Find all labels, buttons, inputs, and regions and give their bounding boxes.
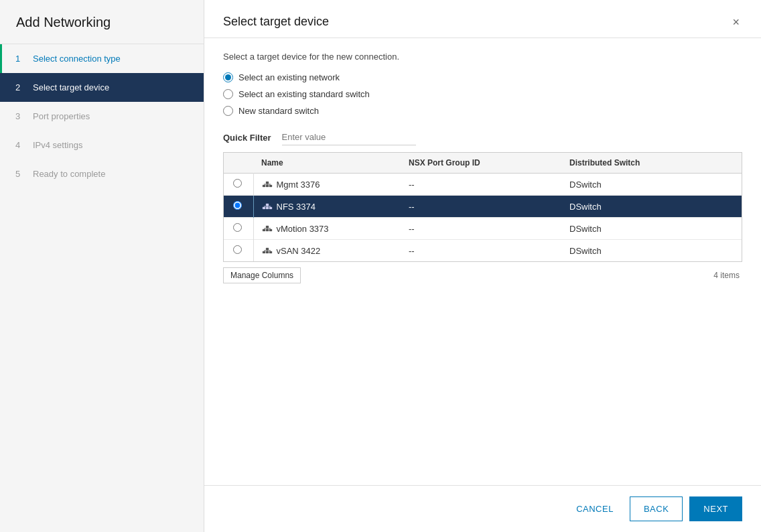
network-icon bbox=[262, 245, 273, 256]
sidebar-item-step3: 3 Port properties bbox=[0, 102, 204, 131]
main-panel: Select target device × Select a target d… bbox=[204, 0, 761, 532]
col-radio bbox=[224, 153, 251, 174]
subtitle: Select a target device for the new conne… bbox=[223, 52, 742, 62]
step1-label: Select connection type bbox=[33, 54, 121, 64]
row-radio-cell[interactable] bbox=[224, 196, 251, 218]
row-nsx: -- bbox=[401, 196, 561, 218]
next-button[interactable]: NEXT bbox=[689, 496, 742, 521]
main-title: Select target device bbox=[223, 15, 329, 29]
svg-rect-3 bbox=[266, 182, 269, 184]
network-icon bbox=[262, 223, 273, 234]
row-name: vMotion 3373 bbox=[253, 218, 401, 240]
svg-rect-9 bbox=[269, 207, 272, 209]
filter-input[interactable] bbox=[282, 129, 416, 145]
svg-rect-2 bbox=[269, 185, 272, 187]
radio-option-existing-network[interactable]: Select an existing network bbox=[223, 72, 742, 82]
col-name: Name bbox=[253, 153, 401, 174]
svg-rect-17 bbox=[266, 226, 269, 228]
radio-new-switch-label: New standard switch bbox=[238, 106, 319, 116]
col-nsx: NSX Port Group ID bbox=[401, 153, 561, 174]
modal: Add Networking 1 Select connection type … bbox=[0, 0, 761, 532]
step4-label: IPv4 settings bbox=[33, 140, 82, 150]
row-radio[interactable] bbox=[233, 201, 242, 210]
modal-footer: CANCEL BACK NEXT bbox=[204, 485, 761, 532]
sidebar-item-step1[interactable]: 1 Select connection type bbox=[0, 44, 204, 73]
step5-label: Ready to complete bbox=[33, 169, 105, 179]
row-radio[interactable] bbox=[233, 223, 242, 232]
row-ds: DSwitch bbox=[561, 218, 742, 240]
step4-num: 4 bbox=[15, 140, 26, 150]
table-container: Name NSX Port Group ID Distributed Switc… bbox=[223, 152, 742, 262]
row-ds: DSwitch bbox=[561, 240, 742, 262]
svg-rect-1 bbox=[266, 185, 269, 187]
svg-rect-23 bbox=[269, 251, 272, 253]
network-icon bbox=[262, 179, 273, 190]
filter-label: Quick Filter bbox=[223, 133, 271, 143]
table-footer: Manage Columns 4 items bbox=[223, 262, 742, 283]
radio-existing-network-label: Select an existing network bbox=[238, 72, 340, 82]
sidebar-title: Add Networking bbox=[0, 0, 204, 44]
main-header: Select target device × bbox=[204, 0, 761, 38]
svg-rect-21 bbox=[263, 251, 265, 253]
sidebar: Add Networking 1 Select connection type … bbox=[0, 0, 204, 532]
row-radio-cell[interactable] bbox=[224, 174, 251, 196]
svg-rect-8 bbox=[266, 207, 269, 209]
items-count: 4 items bbox=[713, 271, 740, 280]
radio-existing-switch-label: Select an existing standard switch bbox=[238, 89, 370, 99]
radio-option-existing-switch[interactable]: Select an existing standard switch bbox=[223, 89, 742, 99]
modal-overlay: Add Networking 1 Select connection type … bbox=[0, 0, 761, 532]
svg-rect-15 bbox=[266, 229, 269, 231]
step3-num: 3 bbox=[15, 111, 26, 121]
table-row[interactable]: Mgmt 3376 -- DSwitch bbox=[224, 174, 742, 196]
svg-rect-14 bbox=[263, 229, 265, 231]
row-ds: DSwitch bbox=[561, 174, 742, 196]
step3-label: Port properties bbox=[33, 111, 90, 121]
row-ds: DSwitch bbox=[561, 196, 742, 218]
network-table: Name NSX Port Group ID Distributed Switc… bbox=[224, 153, 742, 261]
cancel-button[interactable]: CANCEL bbox=[567, 497, 623, 521]
col-ds: Distributed Switch bbox=[561, 153, 742, 174]
svg-rect-7 bbox=[263, 207, 265, 209]
step5-num: 5 bbox=[15, 169, 26, 179]
back-button[interactable]: BACK bbox=[630, 496, 683, 521]
svg-rect-16 bbox=[269, 229, 272, 231]
row-radio[interactable] bbox=[233, 179, 242, 188]
row-nsx: -- bbox=[401, 174, 561, 196]
sidebar-item-step5: 5 Ready to complete bbox=[0, 159, 204, 188]
table-row[interactable]: vMotion 3373 -- DSwitch bbox=[224, 218, 742, 240]
filter-row: Quick Filter bbox=[223, 129, 742, 145]
sidebar-steps: 1 Select connection type 2 Select target… bbox=[0, 44, 204, 188]
svg-rect-24 bbox=[266, 248, 269, 250]
row-name: vSAN 3422 bbox=[253, 240, 401, 262]
network-icon bbox=[262, 201, 273, 212]
close-button[interactable]: × bbox=[730, 15, 742, 29]
sidebar-item-step4: 4 IPv4 settings bbox=[0, 131, 204, 159]
row-nsx: -- bbox=[401, 218, 561, 240]
radio-option-new-switch[interactable]: New standard switch bbox=[223, 106, 742, 116]
radio-existing-switch[interactable] bbox=[223, 89, 233, 99]
table-row[interactable]: vSAN 3422 -- DSwitch bbox=[224, 240, 742, 262]
manage-columns-button[interactable]: Manage Columns bbox=[223, 267, 301, 283]
main-body: Select a target device for the new conne… bbox=[204, 38, 761, 485]
step2-num: 2 bbox=[15, 82, 26, 92]
row-radio[interactable] bbox=[233, 245, 242, 254]
svg-rect-0 bbox=[263, 185, 265, 187]
sidebar-item-step2[interactable]: 2 Select target device bbox=[0, 73, 204, 102]
radio-existing-network[interactable] bbox=[223, 72, 233, 82]
step2-label: Select target device bbox=[33, 82, 109, 92]
row-name: NFS 3374 bbox=[253, 196, 401, 218]
row-nsx: -- bbox=[401, 240, 561, 262]
step1-num: 1 bbox=[15, 54, 26, 64]
row-radio-cell[interactable] bbox=[224, 240, 251, 262]
svg-rect-22 bbox=[266, 251, 269, 253]
radio-new-switch[interactable] bbox=[223, 106, 233, 116]
radio-group: Select an existing network Select an exi… bbox=[223, 72, 742, 116]
table-row[interactable]: NFS 3374 -- DSwitch bbox=[224, 196, 742, 218]
row-radio-cell[interactable] bbox=[224, 218, 251, 240]
svg-rect-10 bbox=[266, 204, 269, 206]
row-name: Mgmt 3376 bbox=[253, 174, 401, 196]
